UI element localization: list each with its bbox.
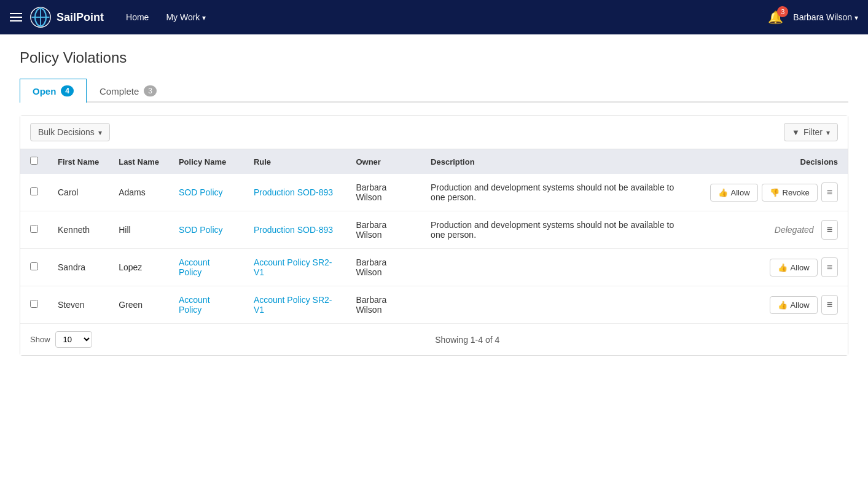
cell-decisions: Delegated xyxy=(700,211,848,249)
hamburger-icon[interactable] xyxy=(10,10,22,24)
table-header-row: First Name Last Name Policy Name Rule Ow… xyxy=(20,149,848,174)
select-all-checkbox[interactable] xyxy=(30,157,38,165)
table-row: StevenGreenAccount PolicyAccount Policy … xyxy=(20,286,848,324)
revoke-button[interactable]: Revoke xyxy=(762,184,818,202)
my-work-link[interactable]: My Work xyxy=(158,7,213,27)
bulk-decisions-button[interactable]: Bulk Decisions xyxy=(30,123,110,141)
policy-name-link[interactable]: Account Policy xyxy=(179,295,210,315)
cell-policy-name: SOD Policy xyxy=(169,211,244,249)
col-last-name: Last Name xyxy=(109,149,169,174)
toolbar: Bulk Decisions ▼ Filter xyxy=(20,116,848,149)
col-first-name: First Name xyxy=(48,149,109,174)
cell-last-name: Lopez xyxy=(109,249,169,286)
notification-badge: 3 xyxy=(777,6,788,17)
cell-policy-name: SOD Policy xyxy=(169,174,244,211)
brand-name: SailPoint xyxy=(57,11,104,24)
col-policy-name: Policy Name xyxy=(169,149,244,174)
cell-description: Production and development systems shoul… xyxy=(421,174,700,211)
lines-icon xyxy=(827,262,832,272)
tab-complete-label: Complete xyxy=(100,86,139,96)
cell-last-name: Green xyxy=(109,286,169,324)
filter-chevron-icon xyxy=(826,127,830,137)
cell-rule: Account Policy SR2-V1 xyxy=(244,249,346,286)
thumb-down-icon xyxy=(770,188,780,197)
bulk-decisions-label: Bulk Decisions xyxy=(38,127,95,137)
show-label: Show xyxy=(30,335,50,344)
cell-rule: Account Policy SR2-V1 xyxy=(244,286,346,324)
cell-decisions: Allow xyxy=(700,286,848,324)
filter-icon: ▼ xyxy=(792,128,800,137)
page-title: Policy Violations xyxy=(20,49,848,66)
nav-links: Home My Work xyxy=(119,7,768,27)
col-owner: Owner xyxy=(346,149,421,174)
policy-name-link[interactable]: SOD Policy xyxy=(179,225,223,235)
cell-first-name: Steven xyxy=(48,286,109,324)
more-menu-button[interactable] xyxy=(821,182,838,202)
col-description: Description xyxy=(421,149,700,174)
nav-right: 🔔 3 Barbara Wilson xyxy=(768,10,858,25)
rule-link[interactable]: Account Policy SR2-V1 xyxy=(254,257,332,277)
notification-bell[interactable]: 🔔 3 xyxy=(768,10,783,25)
page-content: Policy Violations Open 4 Complete 3 Bulk… xyxy=(0,34,868,494)
tab-open-badge: 4 xyxy=(61,85,74,96)
policy-name-link[interactable]: SOD Policy xyxy=(179,187,223,197)
user-menu[interactable]: Barbara Wilson xyxy=(793,12,858,22)
show-select[interactable]: 10 25 50 100 xyxy=(55,331,92,348)
cell-first-name: Sandra xyxy=(48,249,109,286)
select-all-header xyxy=(20,149,48,174)
cell-decisions: Allow xyxy=(700,249,848,286)
allow-button[interactable]: Allow xyxy=(770,296,818,314)
filter-button[interactable]: ▼ Filter xyxy=(784,123,838,141)
brand-logo: SailPoint xyxy=(29,6,104,28)
col-rule: Rule xyxy=(244,149,346,174)
user-menu-chevron-icon xyxy=(854,12,858,22)
rule-link[interactable]: Production SOD-893 xyxy=(254,225,333,235)
table-container: Bulk Decisions ▼ Filter First Name Last … xyxy=(20,115,848,356)
table-row: SandraLopezAccount PolicyAccount Policy … xyxy=(20,249,848,286)
cell-policy-name: Account Policy xyxy=(169,286,244,324)
tab-open[interactable]: Open 4 xyxy=(20,79,87,103)
cell-owner: Barbara Wilson xyxy=(346,286,421,324)
table-footer: Show 10 25 50 100 Showing 1-4 of 4 xyxy=(20,323,848,355)
cell-owner: Barbara Wilson xyxy=(346,249,421,286)
cell-owner: Barbara Wilson xyxy=(346,174,421,211)
more-menu-button[interactable] xyxy=(821,295,838,315)
cell-last-name: Hill xyxy=(109,211,169,249)
tab-open-label: Open xyxy=(33,86,56,96)
pagination-info: Showing 1-4 of 4 xyxy=(97,335,838,345)
tab-complete-badge: 3 xyxy=(144,85,157,96)
filter-label: Filter xyxy=(803,127,823,137)
more-menu-button[interactable] xyxy=(821,220,838,240)
more-menu-button[interactable] xyxy=(821,257,838,277)
row-checkbox-2[interactable] xyxy=(30,262,38,270)
cell-first-name: Kenneth xyxy=(48,211,109,249)
rule-link[interactable]: Production SOD-893 xyxy=(254,187,333,197)
my-work-chevron-icon xyxy=(202,12,206,22)
user-name: Barbara Wilson xyxy=(793,12,852,22)
cell-decisions: Allow Revoke xyxy=(700,174,848,211)
home-link[interactable]: Home xyxy=(119,7,156,27)
cell-rule: Production SOD-893 xyxy=(244,174,346,211)
lines-icon xyxy=(827,300,832,310)
thumb-up-icon xyxy=(778,300,788,310)
tabs: Open 4 Complete 3 xyxy=(20,79,848,103)
delegated-status: Delegated xyxy=(775,225,814,235)
cell-description: Production and development systems shoul… xyxy=(421,211,700,249)
table-row: CarolAdamsSOD PolicyProduction SOD-893Ba… xyxy=(20,174,848,211)
policy-name-link[interactable]: Account Policy xyxy=(179,257,210,277)
cell-first-name: Carol xyxy=(48,174,109,211)
lines-icon xyxy=(827,225,832,235)
col-decisions: Decisions xyxy=(700,149,848,174)
allow-button[interactable]: Allow xyxy=(770,259,818,276)
allow-button[interactable]: Allow xyxy=(710,184,758,202)
sailpoint-logo-icon xyxy=(29,6,52,28)
row-checkbox-3[interactable] xyxy=(30,300,38,308)
rule-link[interactable]: Account Policy SR2-V1 xyxy=(254,295,332,315)
row-checkbox-0[interactable] xyxy=(30,187,38,195)
lines-icon xyxy=(827,187,832,197)
thumb-up-icon xyxy=(718,188,728,197)
tab-complete[interactable]: Complete 3 xyxy=(87,79,170,103)
row-checkbox-1[interactable] xyxy=(30,225,38,233)
cell-last-name: Adams xyxy=(109,174,169,211)
thumb-up-icon xyxy=(778,263,788,272)
